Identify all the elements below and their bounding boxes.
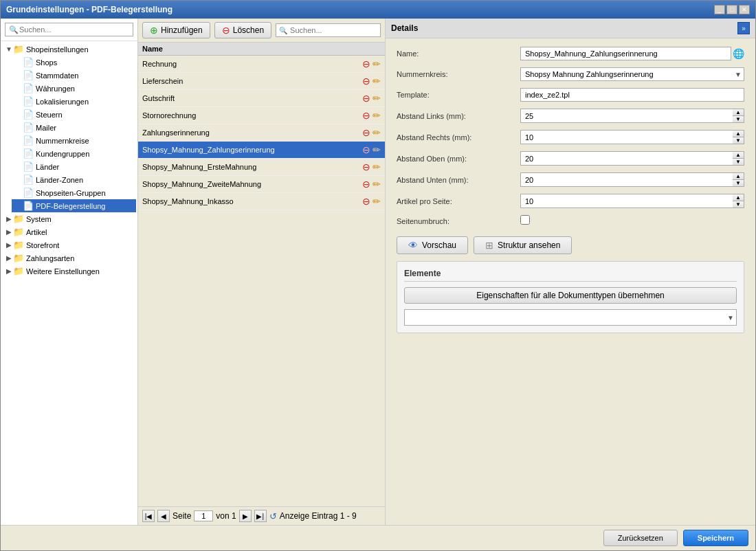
row-edit-icon[interactable]: ✏ <box>373 196 381 207</box>
abstand-rechts-input[interactable] <box>520 130 733 144</box>
row-delete-icon[interactable]: ⊖ <box>362 196 370 207</box>
nummernkreis-select[interactable]: Shopsy Mahnung Zahlungserinnerung <box>520 67 744 81</box>
refresh-button[interactable]: ↺ <box>269 511 277 521</box>
table-row[interactable]: Shopsy_Mahnung_Inkasso ⊖ ✏ <box>138 193 385 210</box>
table-row[interactable]: Lieferschein ⊖ ✏ <box>138 73 385 90</box>
abstand-oben-down[interactable]: ▼ <box>733 159 744 165</box>
row-edit-icon[interactable]: ✏ <box>373 144 381 155</box>
nummernkreis-wrapper: Shopsy Mahnung Zahlungserinnerung ▼ <box>520 67 744 81</box>
close-button[interactable]: ✕ <box>739 5 750 14</box>
name-row: Name: 🌐 <box>397 47 744 60</box>
expand-icon-zahlungsarten[interactable]: ▶ <box>5 254 13 262</box>
prev-page-button[interactable]: ◀ <box>157 510 170 522</box>
maximize-button[interactable]: □ <box>726 5 737 14</box>
row-delete-icon[interactable]: ⊖ <box>362 179 370 190</box>
template-input[interactable] <box>520 88 744 102</box>
sidebar-search-input[interactable] <box>5 23 133 36</box>
name-label: Name: <box>397 49 520 58</box>
sidebar-item-zahlungsarten[interactable]: ▶ 📁 Zahlungsarten <box>2 251 136 265</box>
sidebar-item-laender-zonen[interactable]: 📄 Länder-Zonen <box>12 173 136 186</box>
row-edit-icon[interactable]: ✏ <box>373 110 381 121</box>
sidebar-item-lokalisierungen[interactable]: 📄 Lokalisierungen <box>12 95 136 108</box>
apply-button[interactable]: Eigenschaften für alle Dokumenttypen übe… <box>404 287 737 304</box>
sidebar-item-shops[interactable]: 📄 Shops <box>12 56 136 69</box>
sidebar-item-laender[interactable]: 📄 Länder <box>12 160 136 173</box>
row-edit-icon[interactable]: ✏ <box>373 179 381 190</box>
artikel-pro-seite-down[interactable]: ▼ <box>733 201 744 207</box>
expand-icon-artikel[interactable]: ▶ <box>5 228 13 236</box>
center-search-input[interactable] <box>276 23 381 37</box>
sidebar-item-mailer[interactable]: 📄 Mailer <box>12 121 136 134</box>
next-page-button[interactable]: ▶ <box>239 510 252 522</box>
sidebar-item-artikel[interactable]: ▶ 📁 Artikel <box>2 225 136 238</box>
expand-icon-weitere-einstellungen[interactable]: ▶ <box>5 267 13 275</box>
row-edit-icon[interactable]: ✏ <box>373 161 381 172</box>
save-button[interactable]: Speichern <box>683 530 748 546</box>
sidebar-item-nummernkreise[interactable]: 📄 Nummernkreise <box>12 134 136 147</box>
abstand-links-input[interactable] <box>520 109 733 123</box>
row-delete-icon[interactable]: ⊖ <box>362 93 370 104</box>
sidebar-item-shopeinstellungen[interactable]: ▼ 📁 Shopeinstellungen <box>2 43 136 56</box>
sidebar-item-shopseiten-gruppen[interactable]: 📄 Shopseiten-Gruppen <box>12 186 136 199</box>
sidebar-item-system[interactable]: ▶ 📁 System <box>2 212 136 225</box>
row-delete-icon[interactable]: ⊖ <box>362 76 370 87</box>
structure-label: Struktur ansehen <box>498 240 560 250</box>
row-edit-icon[interactable]: ✏ <box>373 76 381 87</box>
sidebar-item-stammdaten[interactable]: 📄 Stammdaten <box>12 69 136 82</box>
abstand-rechts-down[interactable]: ▼ <box>733 137 744 144</box>
abstand-rechts-up[interactable]: ▲ <box>733 131 744 137</box>
artikel-pro-seite-up[interactable]: ▲ <box>733 194 744 201</box>
abstand-unten-up[interactable]: ▲ <box>733 173 744 180</box>
row-delete-icon[interactable]: ⊖ <box>362 58 370 69</box>
expand-icon-shopeinstellungen[interactable]: ▼ <box>5 45 13 53</box>
details-expand-button[interactable]: » <box>737 22 750 34</box>
row-delete-icon[interactable]: ⊖ <box>362 110 370 121</box>
table-row-selected[interactable]: Shopsy_Mahnung_Zahlungserinnerung ⊖ ✏ <box>138 142 385 159</box>
table-row[interactable]: Zahlungserinnerung ⊖ ✏ <box>138 124 385 142</box>
main-window: Grundeinstellungen - PDF-Belegerstellung… <box>0 0 756 551</box>
abstand-oben-input[interactable] <box>520 151 733 166</box>
row-name: Shopsy_Mahnung_ZweiteMahnung <box>142 180 346 188</box>
abstand-unten-input[interactable] <box>520 172 733 187</box>
artikel-pro-seite-input[interactable] <box>520 194 733 208</box>
row-edit-icon[interactable]: ✏ <box>373 58 381 69</box>
table-row[interactable]: Shopsy_Mahnung_ErsteMahnung ⊖ ✏ <box>138 159 385 176</box>
globe-icon[interactable]: 🌐 <box>733 48 744 59</box>
sidebar-item-storefront[interactable]: ▶ 📁 Storefront <box>2 238 136 251</box>
sidebar-item-waehrungen[interactable]: 📄 Währungen <box>12 82 136 95</box>
name-input[interactable] <box>520 47 731 60</box>
page-input[interactable] <box>194 510 213 521</box>
sidebar-search-wrapper: 🔍 <box>1 19 137 41</box>
expand-icon-system[interactable]: ▶ <box>5 215 13 223</box>
folder-icon-storefront: 📁 <box>13 240 24 250</box>
elemente-dropdown[interactable] <box>404 309 737 326</box>
table-row[interactable]: Gutschrift ⊖ ✏ <box>138 90 385 107</box>
structure-button[interactable]: ⊞ Struktur ansehen <box>474 236 572 254</box>
row-edit-icon[interactable]: ✏ <box>373 127 381 138</box>
row-delete-icon[interactable]: ⊖ <box>362 161 370 172</box>
sidebar-item-kundengruppen[interactable]: 📄 Kundengruppen <box>12 147 136 160</box>
template-row: Template: <box>397 88 744 102</box>
row-delete-icon[interactable]: ⊖ <box>362 127 370 138</box>
sidebar-item-weitere-einstellungen[interactable]: ▶ 📁 Weitere Einstellungen <box>2 265 136 278</box>
seitenumbruch-checkbox[interactable] <box>520 215 530 225</box>
table-row[interactable]: Shopsy_Mahnung_ZweiteMahnung ⊖ ✏ <box>138 176 385 193</box>
abstand-unten-down[interactable]: ▼ <box>733 180 744 186</box>
add-button[interactable]: ⊕ Hinzufügen <box>142 22 210 38</box>
minimize-button[interactable]: _ <box>714 5 725 14</box>
sidebar-item-pdf-belegerstellung[interactable]: 📄 PDF-Belegerstellung <box>12 199 136 212</box>
row-edit-icon[interactable]: ✏ <box>373 93 381 104</box>
abstand-links-up[interactable]: ▲ <box>733 109 744 116</box>
sidebar-item-steuern[interactable]: 📄 Steuern <box>12 108 136 121</box>
first-page-button[interactable]: |◀ <box>142 510 155 522</box>
cancel-button[interactable]: Zurücksetzen <box>603 530 678 546</box>
delete-button[interactable]: ⊖ Löschen <box>214 22 271 38</box>
row-delete-icon[interactable]: ⊖ <box>362 144 370 155</box>
table-row[interactable]: Stornorechnung ⊖ ✏ <box>138 107 385 124</box>
abstand-links-down[interactable]: ▼ <box>733 116 744 122</box>
table-row[interactable]: Rechnung ⊖ ✏ <box>138 56 385 73</box>
last-page-button[interactable]: ▶| <box>254 510 267 522</box>
expand-icon-storefront[interactable]: ▶ <box>5 241 13 249</box>
abstand-oben-up[interactable]: ▲ <box>733 152 744 159</box>
preview-button[interactable]: 👁 Vorschau <box>397 236 468 254</box>
